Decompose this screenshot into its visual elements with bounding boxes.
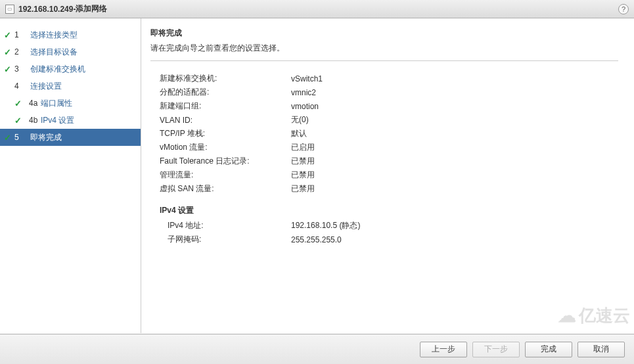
step-2[interactable]: ✓ 2 选择目标设备 xyxy=(0,43,141,60)
step-num: 4a xyxy=(25,99,41,108)
prop-value: 默认 xyxy=(291,128,307,139)
prop-row: 管理流量:已禁用 xyxy=(160,168,618,182)
prop-row: VLAN ID:无(0) xyxy=(160,113,618,127)
body: ✓ 1 选择连接类型 ✓ 2 选择目标设备 ✓ 3 创建标准交换机 ✓ 4 连接… xyxy=(0,18,634,333)
back-button[interactable]: 上一步 xyxy=(420,342,467,357)
step-num: 5 xyxy=(14,133,30,142)
prop-row: 新建标准交换机:vSwitch1 xyxy=(160,72,618,85)
step-label: IPv4 设置 xyxy=(41,115,74,126)
prop-label: 新建端口组: xyxy=(160,101,291,112)
prop-value: 192.168.10.5 (静态) xyxy=(291,220,360,231)
page-title: 即将完成 xyxy=(150,28,618,39)
titlebar-ip: 192.168.10.249 xyxy=(18,5,73,14)
step-label: 创建标准交换机 xyxy=(30,64,85,75)
page-subtitle: 请在完成向导之前查看您的设置选择。 xyxy=(150,43,618,54)
prop-row: 子网掩码:255.255.255.0 xyxy=(160,233,618,246)
prop-row: TCP/IP 堆栈:默认 xyxy=(160,127,618,141)
step-label: 连接设置 xyxy=(30,81,62,92)
prop-value: 255.255.255.0 xyxy=(291,235,342,244)
step-num: 4b xyxy=(25,116,41,125)
check-icon: ✓ xyxy=(3,133,12,142)
footer: 上一步 下一步 完成 取消 xyxy=(0,334,634,364)
step-num: 1 xyxy=(14,30,30,39)
step-4a[interactable]: ✓ 4a 端口属性 xyxy=(0,95,141,112)
prop-label: 子网掩码: xyxy=(160,234,291,245)
step-label: 选择目标设备 xyxy=(30,47,78,58)
prop-row: Fault Tolerance 日志记录:已禁用 xyxy=(160,154,618,168)
summary-properties: 新建标准交换机:vSwitch1 分配的适配器:vmnic2 新建端口组:vmo… xyxy=(160,72,618,246)
step-num: 3 xyxy=(14,64,30,74)
prop-value: vmotion xyxy=(291,102,319,111)
wizard-steps: ✓ 1 选择连接类型 ✓ 2 选择目标设备 ✓ 3 创建标准交换机 ✓ 4 连接… xyxy=(0,18,141,333)
host-icon: ▭ xyxy=(5,5,14,14)
prop-value: vSwitch1 xyxy=(291,74,323,83)
check-icon: ✓ xyxy=(3,47,12,57)
prop-row: vMotion 流量:已启用 xyxy=(160,141,618,154)
prop-value: 已禁用 xyxy=(291,183,315,194)
step-num: 4 xyxy=(14,81,30,91)
prop-label: vMotion 流量: xyxy=(160,142,291,153)
prop-label: 管理流量: xyxy=(160,170,291,181)
step-label: 选择连接类型 xyxy=(30,30,78,41)
check-icon: ✓ xyxy=(13,116,22,125)
check-icon: ✓ xyxy=(3,30,12,39)
titlebar-title: 添加网络 xyxy=(76,3,107,14)
step-3[interactable]: ✓ 3 创建标准交换机 xyxy=(0,60,141,78)
prop-value: 无(0) xyxy=(291,114,309,125)
step-label: 即将完成 xyxy=(30,132,62,143)
prop-label: Fault Tolerance 日志记录: xyxy=(160,156,291,167)
check-icon: ✓ xyxy=(13,99,22,108)
step-label: 端口属性 xyxy=(41,98,72,109)
step-5[interactable]: ✓ 5 即将完成 xyxy=(0,129,141,146)
main-content: 即将完成 请在完成向导之前查看您的设置选择。 新建标准交换机:vSwitch1 … xyxy=(141,18,634,333)
finish-button[interactable]: 完成 xyxy=(525,342,572,357)
prop-row: 虚拟 SAN 流量:已禁用 xyxy=(160,182,618,196)
step-1[interactable]: ✓ 1 选择连接类型 xyxy=(0,26,141,43)
next-button: 下一步 xyxy=(472,342,520,357)
step-4[interactable]: ✓ 4 连接设置 xyxy=(0,78,141,95)
help-icon[interactable]: ? xyxy=(618,4,629,14)
divider xyxy=(150,60,618,61)
prop-value: 已禁用 xyxy=(291,156,315,167)
step-num: 2 xyxy=(14,47,30,57)
prop-value: vmnic2 xyxy=(291,88,316,97)
prop-label: 分配的适配器: xyxy=(160,87,291,98)
step-4b[interactable]: ✓ 4b IPv4 设置 xyxy=(0,112,141,129)
check-icon: ✓ xyxy=(3,64,12,74)
prop-label: TCP/IP 堆栈: xyxy=(160,128,291,139)
prop-row: IPv4 地址:192.168.10.5 (静态) xyxy=(160,219,618,233)
prop-row: 分配的适配器:vmnic2 xyxy=(160,85,618,99)
prop-label: 新建标准交换机: xyxy=(160,73,291,84)
prop-value: 已启用 xyxy=(291,142,315,153)
cancel-button[interactable]: 取消 xyxy=(577,342,625,357)
prop-label: VLAN ID: xyxy=(160,116,291,125)
prop-value: 已禁用 xyxy=(291,170,315,181)
prop-row: 新建端口组:vmotion xyxy=(160,99,618,113)
prop-label: IPv4 地址: xyxy=(160,220,291,231)
ipv4-section-title: IPv4 设置 xyxy=(160,205,618,216)
titlebar: ▭ 192.168.10.249 - 添加网络 ? xyxy=(0,0,634,18)
prop-label: 虚拟 SAN 流量: xyxy=(160,183,291,194)
